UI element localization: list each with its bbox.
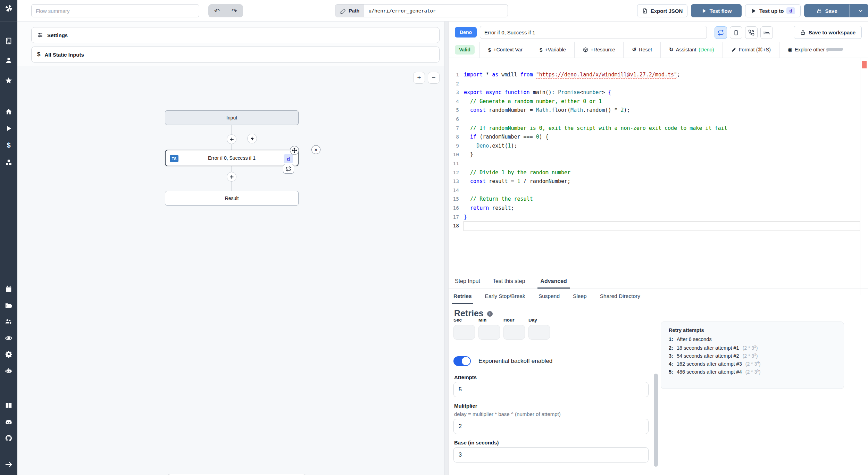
day-input[interactable] — [528, 325, 550, 340]
code-line[interactable] — [464, 186, 860, 195]
toolbar-scrollbar[interactable] — [826, 48, 843, 51]
code-line[interactable] — [464, 159, 860, 168]
save-button[interactable]: Save — [804, 5, 850, 17]
code-line[interactable]: if (randomNumber === 0) { — [464, 133, 860, 142]
advanced-subtabs: RetriesEarly Stop/BreakSuspendSleepShare… — [449, 289, 868, 304]
subtab-suspend[interactable]: Suspend — [537, 289, 561, 304]
min-input[interactable] — [478, 325, 500, 340]
discord-icon[interactable] — [5, 418, 13, 426]
code-line[interactable]: export async function main(): Promise<nu… — [464, 88, 860, 97]
sleep-icon-button[interactable] — [760, 26, 773, 39]
user-icon[interactable] — [5, 56, 13, 65]
panel-splitter[interactable] — [444, 22, 449, 475]
retry-attempts-card: Retry attempts 1:After 6 seconds2:18 sec… — [661, 322, 844, 389]
sec-input[interactable] — [453, 325, 475, 340]
code-line[interactable]: } — [464, 213, 860, 222]
flow-summary-input[interactable] — [31, 4, 199, 17]
toolbar-item[interactable]: $+Context Var — [479, 42, 531, 58]
workspace-building-icon[interactable] — [5, 37, 13, 45]
subtab-retries[interactable]: Retries — [452, 289, 473, 304]
subtab-sleep[interactable]: Sleep — [571, 289, 588, 304]
result-node[interactable]: Result — [165, 191, 299, 206]
test-up-to-button[interactable]: Test up to d — [745, 4, 801, 17]
toolbar-item[interactable]: Format (⌘+S) — [723, 42, 779, 58]
expand-arrow-right-icon[interactable] — [5, 460, 13, 469]
undo-button[interactable]: ↶ — [208, 4, 226, 17]
move-step-button[interactable] — [290, 146, 299, 155]
flow-settings-card[interactable]: Settings — [31, 27, 440, 43]
windmill-logo-icon[interactable] — [5, 4, 13, 12]
home-icon[interactable] — [5, 108, 13, 116]
subtab-early-stop-break[interactable]: Early Stop/Break — [484, 289, 527, 304]
tab-step-input[interactable]: Step Input — [455, 274, 480, 289]
retries-icon-button[interactable] — [715, 26, 727, 39]
subtab-shared-directory[interactable]: Shared Directory — [599, 289, 642, 304]
code-line[interactable]: } — [464, 150, 860, 159]
code-line[interactable]: Deno.exit(1); — [464, 142, 860, 151]
zoom-out-button[interactable]: − — [428, 72, 440, 84]
code-line[interactable]: // Return the result — [464, 195, 860, 204]
groups-users-gear-icon[interactable] — [5, 317, 13, 326]
info-icon[interactable]: i — [487, 311, 493, 317]
toolbar-item[interactable]: $+Variable — [531, 42, 574, 58]
phone-incoming-icon — [748, 30, 754, 36]
code-line[interactable]: return result; — [464, 204, 860, 213]
redo-button[interactable]: ↷ — [226, 4, 243, 17]
workers-robot-icon[interactable] — [5, 367, 13, 375]
code-content[interactable]: import * as wmill from "https://deno.lan… — [464, 70, 860, 231]
code-line[interactable] — [464, 115, 860, 124]
favorites-star-icon[interactable] — [5, 76, 13, 85]
code-editor[interactable]: 123456789101112131415161718 import * as … — [449, 58, 868, 295]
exponential-backoff-toggle[interactable] — [453, 356, 471, 366]
toolbar-item[interactable]: +Resource — [574, 42, 624, 58]
code-line[interactable] — [464, 222, 860, 231]
add-step-button[interactable] — [227, 134, 236, 144]
pen-icon — [731, 47, 736, 52]
base-input[interactable] — [453, 447, 649, 462]
hour-input[interactable] — [503, 325, 525, 340]
path-chip[interactable]: Path u/henri/error_generator — [335, 4, 508, 17]
early-stop-icon-button[interactable] — [730, 26, 742, 39]
code-line[interactable]: import * as wmill from "https://deno.lan… — [464, 70, 860, 80]
code-line[interactable]: const result = 1 / randomNumber; — [464, 177, 860, 186]
export-json-button[interactable]: Export JSON — [637, 4, 687, 17]
all-static-inputs-card[interactable]: $ All Static Inputs — [31, 47, 440, 62]
file-icon — [642, 8, 648, 14]
variables-dollar-icon[interactable]: $ — [5, 141, 13, 149]
vertical-scrollbar[interactable] — [654, 374, 658, 467]
flow-canvas[interactable]: + − Input TS Error if 0, Success if 1 d — [17, 66, 444, 475]
tab-advanced[interactable]: Advanced — [537, 274, 569, 289]
settings-gear-icon[interactable] — [5, 350, 13, 358]
line-number-gutter: 123456789101112131415161718 — [449, 70, 459, 231]
code-line[interactable]: // Generate a random number, either 0 or… — [464, 97, 860, 106]
retry-indicator-chip[interactable] — [283, 164, 294, 174]
runs-play-icon[interactable] — [5, 124, 13, 133]
multiplier-input[interactable] — [453, 419, 649, 434]
code-line[interactable]: // If randomNumber is 0, exit the script… — [464, 124, 860, 133]
code-line[interactable] — [464, 80, 860, 89]
docs-book-icon[interactable] — [5, 401, 13, 410]
suspend-icon-button[interactable] — [745, 26, 758, 39]
input-node[interactable]: Input — [165, 110, 299, 125]
audit-eye-icon[interactable] — [5, 334, 13, 342]
step-title-input[interactable] — [480, 26, 707, 39]
tab-test-this-step[interactable]: Test this step — [493, 274, 525, 289]
save-to-workspace-button[interactable]: Save to workspace — [794, 26, 862, 39]
add-trigger-button[interactable] — [247, 134, 257, 143]
toolbar-item[interactable]: ↺Reset — [623, 42, 660, 58]
github-icon[interactable] — [5, 434, 13, 442]
test-flow-button[interactable]: Test flow — [691, 4, 742, 17]
code-line[interactable]: const randomNumber = Math.floor(Math.ran… — [464, 106, 860, 115]
step-node-selected[interactable]: TS Error if 0, Success if 1 d × — [165, 150, 299, 166]
rail-divider — [0, 94, 17, 94]
schedules-calendar-icon[interactable] — [5, 285, 13, 293]
folders-icon[interactable] — [5, 301, 13, 310]
save-dropdown-button[interactable] — [852, 5, 868, 17]
toolbar-item[interactable]: ↻Assistant (Deno) — [660, 42, 723, 58]
delete-step-button[interactable]: × — [311, 145, 320, 154]
resources-cubes-icon[interactable] — [5, 158, 13, 167]
zoom-in-button[interactable]: + — [413, 72, 425, 84]
add-step-button[interactable] — [227, 172, 236, 182]
attempts-input[interactable] — [453, 382, 649, 397]
code-line[interactable]: // Divide 1 by the random number — [464, 168, 860, 177]
